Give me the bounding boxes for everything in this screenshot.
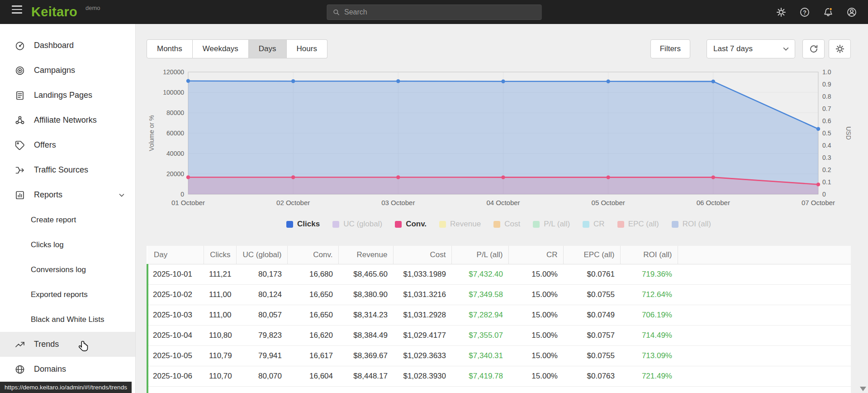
svg-text:0.5: 0.5 [822, 129, 831, 137]
cell-clicks: 111,21 [204, 264, 236, 284]
legend-item-epc-all[interactable]: EPC (all) [617, 220, 659, 229]
sidebar-subitem-create-report[interactable]: Create report [0, 207, 135, 232]
legend-item-clicks[interactable]: Clicks [286, 220, 320, 229]
table-row: 2025-10-0764,1146,2599,616$4,883.04$597.… [147, 386, 851, 393]
svg-text:05 October: 05 October [592, 199, 625, 206]
cell-revenue: $8,380.90 [338, 284, 393, 305]
sidebar-item-trends[interactable]: Trends [0, 332, 135, 357]
topbar-left: Keitaro demo [11, 0, 100, 24]
svg-text:0.4: 0.4 [822, 142, 831, 149]
cell-revenue: $4,883.04 [338, 386, 393, 393]
cell-cost: $1,029.4177 [393, 325, 451, 345]
filters-button[interactable]: Filters [650, 39, 690, 58]
sidebar-subitem-conversions-log[interactable]: Conversions log [0, 257, 135, 282]
svg-text:0.9: 0.9 [822, 81, 831, 88]
legend-item-cr[interactable]: CR [583, 220, 605, 229]
column-header-roi-all[interactable]: ROI (all) [620, 246, 678, 264]
notifications-button[interactable] [823, 7, 834, 18]
hamburger-menu-button[interactable] [11, 3, 23, 16]
cell-filler [678, 345, 851, 366]
legend-swatch [395, 221, 402, 228]
settings-button[interactable] [776, 7, 787, 18]
svg-text:0.6: 0.6 [822, 117, 831, 125]
help-button[interactable]: ? [799, 7, 810, 18]
cell-filler [678, 264, 851, 284]
svg-text:0.8: 0.8 [822, 93, 831, 100]
offers-icon [14, 140, 25, 151]
legend-item-roi-all[interactable]: ROI (all) [672, 220, 711, 229]
legend-label: Revenue [450, 220, 481, 229]
account-button[interactable] [846, 7, 857, 18]
cell-uc-global: 80,057 [236, 305, 287, 325]
scroll-indicator-icon[interactable] [860, 387, 866, 391]
cell-day: 2025-10-01 [147, 264, 204, 284]
cell-epc-all: $0.0763 [563, 366, 620, 386]
topbar: Keitaro demo ? [0, 0, 868, 24]
date-range-select[interactable]: Last 7 days [707, 39, 795, 58]
sidebar-item-landings-pages[interactable]: Landings Pages [0, 83, 135, 108]
cell-roi-all: 713.09% [620, 345, 678, 366]
sidebar-item-reports[interactable]: Reports [0, 182, 135, 207]
cell-p-l-all: $7,349.58 [451, 284, 508, 305]
cell-uc-global: 79,941 [236, 345, 287, 366]
legend-swatch [533, 221, 540, 228]
legend-label: Conv. [406, 220, 427, 229]
svg-text:0: 0 [180, 191, 184, 198]
cell-conv: 9,616 [287, 386, 338, 393]
sidebar-item-affiliate-networks[interactable]: Affiliate Networks [0, 108, 135, 133]
cell-epc-all: $0.0757 [563, 325, 620, 345]
keitaro-logo[interactable]: Keitaro [31, 0, 77, 24]
legend-item-uc-global[interactable]: UC (global) [332, 220, 382, 229]
legend-swatch [493, 221, 500, 228]
column-header-uc-global[interactable]: UC (global) [236, 246, 287, 264]
cell-roi-all: 716.66% [620, 386, 678, 393]
sidebar-item-label: Dashboard [34, 41, 125, 50]
cell-clicks: 111,00 [204, 284, 236, 305]
column-header-revenue[interactable]: Revenue [338, 246, 393, 264]
cell-uc-global: 80,124 [236, 284, 287, 305]
tab-hours[interactable]: Hours [287, 39, 327, 58]
column-header-p-l-all[interactable]: P/L (all) [451, 246, 508, 264]
chart-settings-button[interactable] [829, 39, 851, 58]
column-header-cr[interactable]: CR [508, 246, 563, 264]
column-header-cost[interactable]: Cost [393, 246, 451, 264]
sidebar-item-campaigns[interactable]: Campaigns [0, 58, 135, 83]
cell-cost: $1,033.1989 [393, 264, 451, 284]
refresh-button[interactable] [802, 39, 825, 58]
sidebar-item-domains[interactable]: Domains [0, 357, 135, 382]
search-input[interactable] [344, 8, 536, 16]
column-header-epc-all[interactable]: EPC (all) [563, 246, 620, 264]
column-header-clicks[interactable]: Clicks [204, 246, 236, 264]
legend-item-conv[interactable]: Conv. [395, 220, 427, 229]
cell-roi-all: 706.19% [620, 305, 678, 325]
tab-days[interactable]: Days [249, 39, 287, 58]
cell-p-l-all: $7,432.40 [451, 264, 508, 284]
legend-item-cost[interactable]: Cost [493, 220, 520, 229]
cell-uc-global: 79,823 [236, 325, 287, 345]
search-box[interactable] [327, 5, 541, 20]
sidebar-item-dashboard[interactable]: Dashboard [0, 33, 135, 58]
cell-conv: 16,650 [287, 305, 338, 325]
sidebar-item-label: Traffic Sources [34, 165, 125, 175]
legend-item-p-l-all[interactable]: P/L (all) [533, 220, 570, 229]
cell-day: 2025-10-02 [147, 284, 204, 305]
sidebar-subitem-clicks-log[interactable]: Clicks log [0, 232, 135, 257]
sidebar-subitem-black-and-white-lists[interactable]: Black and White Lists [0, 307, 135, 332]
svg-text:80000: 80000 [166, 109, 184, 116]
legend-item-revenue[interactable]: Revenue [439, 220, 481, 229]
column-header-day[interactable]: Day [147, 246, 204, 264]
chevron-down-icon [783, 46, 789, 53]
sidebar-subitem-exported-reports[interactable]: Exported reports [0, 282, 135, 307]
svg-text:0.7: 0.7 [822, 105, 831, 112]
sidebar-item-traffic-sources[interactable]: Traffic Sources [0, 158, 135, 182]
sidebar-item-offers[interactable]: Offers [0, 133, 135, 158]
cell-cr: 15.00% [508, 366, 563, 386]
column-header-conv[interactable]: Conv. [287, 246, 338, 264]
svg-text:0.3: 0.3 [822, 154, 831, 161]
tab-weekdays[interactable]: Weekdays [193, 39, 249, 58]
cell-cost: $597.9232 [393, 386, 451, 393]
trends-chart-svg: 02000040000600008000010000012000000.10.2… [147, 66, 851, 210]
tab-months[interactable]: Months [147, 39, 193, 58]
cell-filler [678, 305, 851, 325]
cell-uc-global: 80,070 [236, 366, 287, 386]
